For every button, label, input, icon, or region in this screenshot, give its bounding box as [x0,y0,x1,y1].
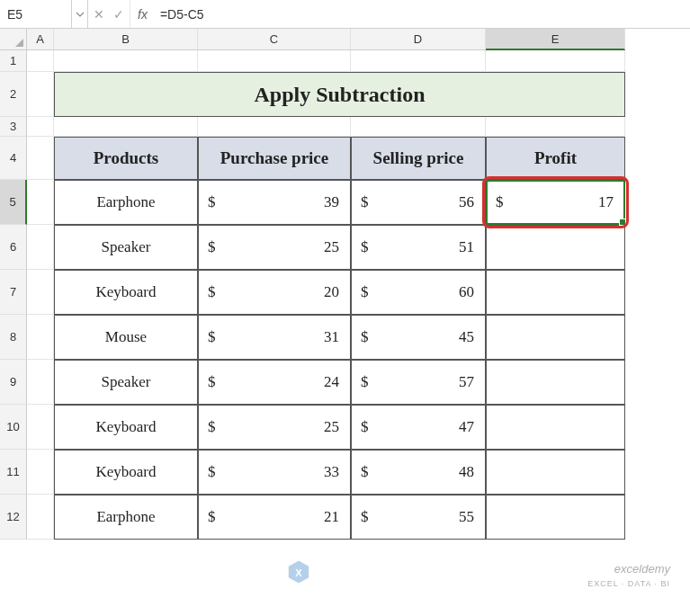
cell[interactable] [27,180,54,225]
row-header[interactable]: 12 [0,495,27,540]
table-row: Speaker$24$57 [27,360,690,405]
fx-icon[interactable]: fx [130,7,155,22]
cell[interactable] [198,117,351,137]
cell[interactable] [27,225,54,270]
cell[interactable] [27,495,54,540]
select-all-button[interactable] [0,29,27,50]
row-header[interactable]: 2 [0,72,27,117]
cell[interactable] [27,117,54,137]
worksheet: 1 2 3 4 5 6 7 8 9 10 11 12 A B C D E [0,29,690,616]
formula-bar-buttons: ✕ ✓ [88,0,130,28]
row-header[interactable]: 7 [0,270,27,315]
table-header[interactable]: Purchase price [198,137,351,180]
row-header[interactable]: 11 [0,450,27,495]
cell[interactable] [27,72,54,117]
cell-profit[interactable] [486,315,625,360]
cell-profit[interactable] [486,495,625,540]
cell[interactable] [351,50,486,72]
cell-profit[interactable] [486,360,625,405]
table-row: Keyboard$20$60 [27,270,690,315]
cell-purchase[interactable]: $39 [198,180,351,225]
name-box-dropdown-icon[interactable] [72,0,88,28]
row-header[interactable]: 6 [0,225,27,270]
cell[interactable] [486,117,625,137]
cell-product[interactable]: Speaker [54,225,198,270]
cell-profit[interactable] [486,405,625,450]
cell-product[interactable]: Earphone [54,495,198,540]
table-row: Keyboard$33$48 [27,450,690,495]
table-row: Earphone$21$55 [27,495,690,540]
row-header[interactable]: 9 [0,360,27,405]
watermark-brand: exceldemy [614,562,670,576]
grid-body[interactable]: Apply Subtraction Products Purchase pric… [27,50,690,540]
cell-purchase[interactable]: $24 [198,360,351,405]
cell[interactable] [54,117,198,137]
cell[interactable] [198,50,351,72]
cell[interactable] [486,50,625,72]
row-header[interactable]: 8 [0,315,27,360]
column-header[interactable]: D [351,29,486,50]
cell-purchase[interactable]: $31 [198,315,351,360]
cell-selling[interactable]: $56 [351,180,486,225]
column-header[interactable]: E [486,29,625,50]
row-header[interactable]: 10 [0,405,27,450]
cell-purchase[interactable]: $25 [198,405,351,450]
column-header[interactable]: A [27,29,54,50]
cell-purchase[interactable]: $20 [198,270,351,315]
table-row: Earphone$39$56$17 [27,180,690,225]
cell-purchase[interactable]: $33 [198,450,351,495]
table-row: Speaker$25$51 [27,225,690,270]
cell-profit[interactable] [486,270,625,315]
title-cell[interactable]: Apply Subtraction [54,72,625,117]
row-header[interactable]: 5 [0,180,27,225]
cell[interactable] [27,137,54,180]
cell-selling[interactable]: $47 [351,405,486,450]
table-header[interactable]: Selling price [351,137,486,180]
row-header[interactable]: 3 [0,117,27,137]
cell-product[interactable]: Keyboard [54,270,198,315]
cell[interactable] [27,360,54,405]
watermark-tagline: EXCEL · DATA · BI [587,579,670,588]
svg-text:X: X [295,567,302,578]
cancel-icon[interactable]: ✕ [94,7,104,22]
cell-selling[interactable]: $45 [351,315,486,360]
column-header[interactable]: C [198,29,351,50]
cell-profit[interactable] [486,450,625,495]
confirm-icon[interactable]: ✓ [113,7,124,22]
column-headers: A B C D E [27,29,690,50]
column-header[interactable]: B [54,29,198,50]
cell-product[interactable]: Earphone [54,180,198,225]
cell[interactable] [27,315,54,360]
cell-purchase[interactable]: $25 [198,225,351,270]
table-header[interactable]: Profit [486,137,625,180]
cell-purchase[interactable]: $21 [198,495,351,540]
row-header[interactable]: 1 [0,50,27,72]
name-box[interactable]: E5 [0,0,72,28]
cell[interactable] [27,450,54,495]
cell-product[interactable]: Keyboard [54,405,198,450]
formula-bar: E5 ✕ ✓ fx =D5-C5 [0,0,690,29]
cell-profit[interactable] [486,225,625,270]
watermark: exceldemy EXCEL · DATA · BI [587,563,670,589]
cell-selling[interactable]: $48 [351,450,486,495]
table-row: Keyboard$25$47 [27,405,690,450]
cell-selling[interactable]: $60 [351,270,486,315]
table-header[interactable]: Products [54,137,198,180]
cell[interactable] [351,117,486,137]
cell-selling[interactable]: $57 [351,360,486,405]
row-header[interactable]: 4 [0,137,27,180]
watermark-logo-icon: X [286,559,311,585]
formula-input[interactable]: =D5-C5 [155,7,690,22]
cell[interactable] [54,50,198,72]
cell-selling[interactable]: $55 [351,495,486,540]
cell-profit[interactable]: $17 [486,180,625,225]
cell[interactable] [27,50,54,72]
cell-selling[interactable]: $51 [351,225,486,270]
cell-product[interactable]: Speaker [54,360,198,405]
cell-product[interactable]: Keyboard [54,450,198,495]
cell-product[interactable]: Mouse [54,315,198,360]
table-row: Mouse$31$45 [27,315,690,360]
cell[interactable] [27,405,54,450]
cell[interactable] [27,270,54,315]
